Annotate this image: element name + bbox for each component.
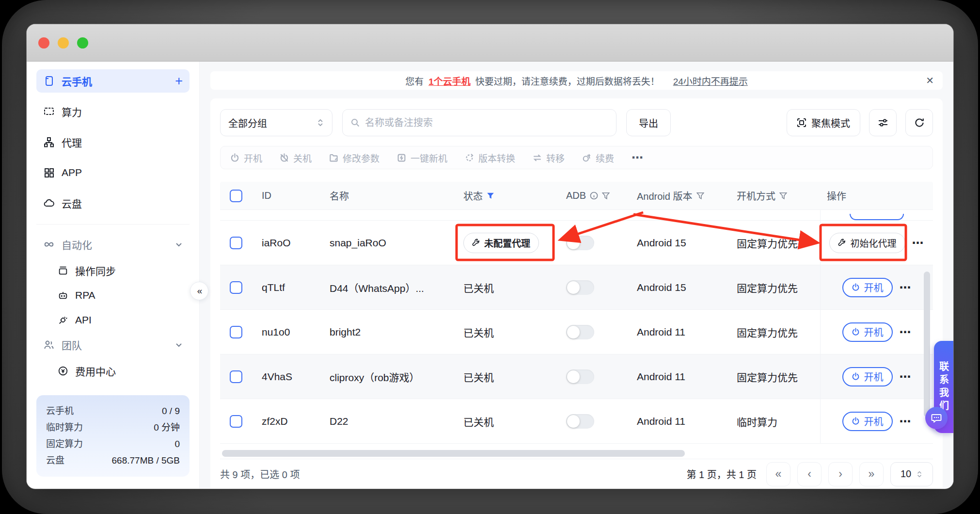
power-off-tool[interactable]: 关机 <box>280 151 312 164</box>
power-on-button[interactable]: 开机 <box>842 278 893 297</box>
renew-tool[interactable]: 续费 <box>582 151 614 164</box>
sidebar-item-api[interactable]: API <box>36 309 190 331</box>
col-name: 名称 <box>323 189 457 203</box>
row-checkbox[interactable] <box>230 326 242 338</box>
adb-toggle[interactable] <box>566 369 594 384</box>
transfer-arrows-icon <box>533 153 542 162</box>
sidebar-item-action-sync[interactable]: 操作同步 <box>36 259 190 282</box>
adb-toggle[interactable] <box>566 236 594 250</box>
power-on-button[interactable]: 开机 <box>842 367 893 386</box>
sidebar-item-label: 算力 <box>62 104 82 119</box>
export-button[interactable]: 导出 <box>626 109 671 136</box>
row-checkbox[interactable] <box>230 237 242 249</box>
edit-params-tool[interactable]: 修改参数 <box>329 151 379 164</box>
sidebar-group-label: 团队 <box>62 337 82 352</box>
sync-box-icon <box>58 265 68 276</box>
dismiss-24h-link[interactable]: 24小时内不再提示 <box>673 74 748 87</box>
next-page-button[interactable]: › <box>828 462 853 486</box>
cell-id: iaRoO <box>255 237 323 249</box>
notice-highlight-link[interactable]: 1个云手机 <box>428 74 471 87</box>
sidebar-item-label: 操作同步 <box>75 263 116 278</box>
power-icon <box>852 328 860 336</box>
info-icon[interactable] <box>590 192 598 200</box>
plug-icon <box>58 315 68 325</box>
row-more-button[interactable]: ⋯ <box>900 281 912 294</box>
wrench-icon <box>838 239 846 247</box>
add-phone-button[interactable]: + <box>175 74 183 89</box>
filter-funnel-icon[interactable] <box>779 192 787 200</box>
close-window-button[interactable] <box>38 37 49 48</box>
sidebar: 云手机 + 算力 代理 APP 云盘 <box>27 62 200 488</box>
row-checkbox[interactable] <box>230 281 242 294</box>
col-android: Android 版本 <box>630 189 730 203</box>
main-content: 您有 1个云手机 快要过期，请注意续费，过期后数据将丢失！ 24小时内不再提示 … <box>200 62 953 488</box>
search-input[interactable] <box>365 117 608 128</box>
sliders-icon <box>878 117 888 128</box>
search-icon <box>350 118 360 128</box>
lightning-box-icon <box>397 153 406 162</box>
sidebar-item-label: 云盘 <box>62 196 82 210</box>
refresh-button[interactable] <box>905 109 933 136</box>
page-info: 第 1 页，共 1 页 <box>687 467 757 481</box>
batch-toolbar: 开机 关机 修改参数 一键新机 <box>220 146 933 169</box>
filter-funnel-icon[interactable] <box>602 192 610 200</box>
sidebar-item-app[interactable]: APP <box>36 161 190 184</box>
sidebar-item-cloud-disk[interactable]: 云盘 <box>36 192 190 215</box>
power-on-button[interactable]: 开机 <box>842 412 893 431</box>
filter-funnel-icon[interactable] <box>696 192 704 200</box>
minimize-window-button[interactable] <box>58 37 69 48</box>
vertical-scrollbar[interactable] <box>924 272 930 417</box>
sidebar-item-cloud-phone[interactable]: 云手机 + <box>36 69 190 93</box>
chevron-down-icon <box>175 341 183 349</box>
sidebar-item-rpa[interactable]: RPA <box>36 284 190 306</box>
expiry-notice-bar: 您有 1个云手机 快要过期，请注意续费，过期后数据将丢失！ 24小时内不再提示 … <box>210 71 943 90</box>
cell-status: 已关机 <box>457 325 559 339</box>
select-all-checkbox[interactable] <box>230 190 242 202</box>
sidebar-item-proxy[interactable]: 代理 <box>36 130 190 154</box>
col-adb: ADB <box>559 190 630 201</box>
sidebar-item-billing[interactable]: 费用中心 <box>36 360 190 382</box>
wrench-icon <box>472 239 480 247</box>
row-more-button[interactable]: ⋯ <box>912 236 924 250</box>
power-on-button[interactable]: 开机 <box>842 322 893 342</box>
cell-status: 已关机 <box>457 414 559 429</box>
adb-toggle[interactable] <box>566 414 594 429</box>
cell-boot-mode: 临时算力 <box>730 414 820 429</box>
row-checkbox[interactable] <box>230 370 242 383</box>
sidebar-item-compute[interactable]: 算力 <box>36 100 190 123</box>
last-page-button[interactable]: » <box>859 462 884 486</box>
filter-funnel-icon-active[interactable] <box>487 192 494 200</box>
close-notice-icon[interactable]: ✕ <box>926 71 934 90</box>
renew-icon <box>582 153 591 162</box>
row-more-button[interactable]: ⋯ <box>900 370 912 384</box>
col-boot-mode: 开机方式 <box>730 189 820 203</box>
row-more-button[interactable]: ⋯ <box>900 415 912 428</box>
zoom-window-button[interactable] <box>77 37 88 48</box>
row-more-button[interactable]: ⋯ <box>900 325 912 339</box>
group-select[interactable]: 全部分组 <box>220 109 332 136</box>
row-checkbox[interactable] <box>230 415 242 428</box>
focus-mode-button[interactable]: 聚焦模式 <box>787 109 860 136</box>
init-proxy-button[interactable]: 初始化代理 <box>829 233 905 253</box>
one-key-new-tool[interactable]: 一键新机 <box>397 151 447 164</box>
column-settings-button[interactable] <box>869 109 897 136</box>
adb-toggle[interactable] <box>566 325 594 339</box>
horizontal-scrollbar[interactable] <box>222 450 685 457</box>
prev-page-button[interactable]: ‹ <box>797 462 822 486</box>
sidebar-group-team[interactable]: 团队 <box>36 334 190 356</box>
page-size-select[interactable]: 10 <box>890 462 933 486</box>
power-on-tool[interactable]: 开机 <box>230 151 262 164</box>
sidebar-collapse-button[interactable]: « <box>190 282 208 300</box>
chat-bubble-icon[interactable] <box>925 407 948 429</box>
sidebar-group-automation[interactable]: 自动化 <box>36 233 190 256</box>
first-page-button[interactable]: « <box>766 462 790 486</box>
contact-us-tab[interactable]: 联系我们 <box>934 341 953 433</box>
table-row: 4VhaS cliproxy（rob游戏） 已关机 Android 11 固定算… <box>220 354 933 399</box>
toolbar-more-button[interactable]: ⋯ <box>632 151 644 164</box>
cell-name: D22 <box>323 416 457 427</box>
version-convert-tool[interactable]: 版本转换 <box>465 151 515 164</box>
network-icon <box>43 136 55 148</box>
transfer-tool[interactable]: 转移 <box>533 151 565 164</box>
sidebar-item-label: 云手机 <box>62 74 92 88</box>
adb-toggle[interactable] <box>566 280 594 295</box>
